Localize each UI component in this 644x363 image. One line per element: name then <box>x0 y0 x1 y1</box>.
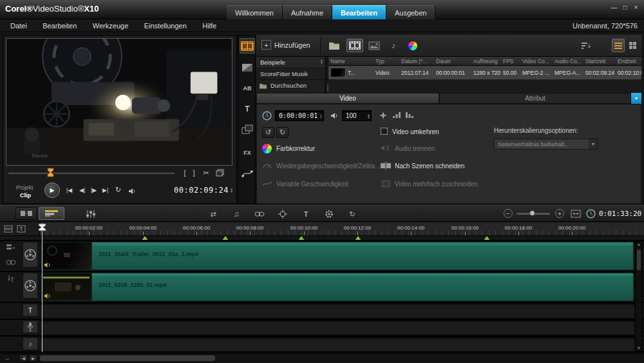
vscroll-thumb[interactable] <box>637 250 641 270</box>
sound-mixer-button[interactable] <box>82 208 99 221</box>
go-end-button[interactable]: ▶| <box>102 187 108 193</box>
enlarge-preview-button[interactable] <box>216 169 224 177</box>
track-vscrollbar[interactable]: ▲ ▼ <box>635 241 643 351</box>
scroll-down-button[interactable]: ▼ <box>637 346 641 350</box>
project-mode-label[interactable]: Projekt <box>16 184 33 191</box>
nav-filter-button[interactable]: FX <box>240 145 255 161</box>
show-all-tracks-icon[interactable] <box>4 225 13 233</box>
multi-trim-icon[interactable] <box>381 180 391 188</box>
list-view-button[interactable] <box>612 39 625 52</box>
nav-title-button[interactable]: T <box>240 101 255 117</box>
add-folder-button[interactable]: + Hinzufügen <box>261 40 310 50</box>
menu-einstellungen[interactable]: Einstellungen <box>138 19 193 32</box>
filter-color-button[interactable] <box>404 39 421 52</box>
nav-media-button[interactable] <box>240 38 255 54</box>
col-startzeit[interactable]: Startzeit <box>583 57 616 65</box>
project-duration-timecode[interactable]: 0:01:33:20 <box>599 210 641 218</box>
close-button[interactable]: × <box>630 3 641 12</box>
hscroll-thumb[interactable] <box>40 355 215 361</box>
tab-video[interactable]: Video <box>256 93 439 104</box>
variable-speed-label[interactable]: Variable Geschwindigkeit <box>276 181 348 188</box>
col-name[interactable]: Name <box>328 57 374 65</box>
repeat-button[interactable]: ↻ <box>115 186 121 194</box>
filter-audio-button[interactable]: ♪ <box>385 39 402 52</box>
downscale-dropdown[interactable]: Seitenverhältnis beibehalt... ▾ <box>494 139 598 150</box>
voice-track-lane[interactable] <box>40 320 635 334</box>
volume-field[interactable]: 100 ▴▾ <box>342 110 372 121</box>
tree-item-beispiele[interactable]: Beispiele ▴▾ <box>256 57 325 68</box>
reverse-video-label[interactable]: Video umkehren <box>392 128 439 135</box>
next-frame-button[interactable]: |▶ <box>91 187 97 193</box>
split-audio-icon[interactable] <box>381 144 390 152</box>
scroll-right-button[interactable]: ▶ <box>29 355 37 362</box>
scroll-left-button[interactable]: ◀ <box>19 355 28 362</box>
duration-field[interactable]: 0:00:00:01 ▴▾ <box>275 110 324 121</box>
rotate-right-button[interactable]: ↻ <box>276 127 289 138</box>
tree-scroll-arrows[interactable]: ▴▾ <box>321 59 323 64</box>
prev-frame-button[interactable]: ◀| <box>79 187 85 193</box>
scrubber-playhead[interactable] <box>47 168 54 177</box>
track-height-icon[interactable] <box>17 225 26 233</box>
col-video-codec[interactable]: Video Co... <box>520 57 553 65</box>
subtitle-editor-button[interactable]: T <box>298 208 314 221</box>
nav-instant-project-button[interactable] <box>240 60 255 75</box>
title-track-lane[interactable] <box>40 303 635 317</box>
playhead-marker[interactable] <box>38 223 46 231</box>
tab-willkommen[interactable]: Willkommen <box>227 5 283 19</box>
nav-motion-path-button[interactable] <box>240 166 255 181</box>
maximize-button[interactable]: □ <box>620 3 630 12</box>
swap-tracks-icon[interactable] <box>6 275 15 283</box>
music-track-button[interactable]: ♪ <box>23 337 38 350</box>
import-folder-icon[interactable] <box>328 41 340 50</box>
variable-speed-icon[interactable] <box>262 180 272 188</box>
zoom-slider-thumb[interactable] <box>529 210 535 216</box>
tab-attribut[interactable]: Attribut <box>439 93 631 104</box>
timeline-view-button[interactable] <box>39 207 64 220</box>
tree-item-scorefitter[interactable]: ScoreFitter Musik <box>256 68 325 80</box>
panel-expand-button[interactable]: ▾ <box>631 93 641 104</box>
filter-photo-button[interactable] <box>366 39 383 52</box>
tab-ausgeben[interactable]: Ausgeben <box>386 5 436 19</box>
link-tracks-icon[interactable] <box>6 259 16 266</box>
col-audio-codec[interactable]: Audio Co... <box>553 57 583 65</box>
motion-tracking-button[interactable] <box>274 208 291 221</box>
playback-speed-label[interactable]: Wiedergabegeschwindigkeit/Zeitra... <box>276 162 380 170</box>
split-by-scene-icon[interactable] <box>381 162 391 170</box>
volume-icon[interactable] <box>128 188 137 195</box>
col-datum[interactable]: Datum (*... <box>399 57 434 65</box>
split-by-scene-label[interactable]: Nach Szenen schneiden <box>395 162 464 170</box>
menu-datei[interactable]: Datei <box>4 19 33 32</box>
track-settings-button[interactable] <box>321 208 337 221</box>
sort-button[interactable] <box>578 39 594 52</box>
mute-star-icon[interactable] <box>379 112 387 119</box>
scrubber-track[interactable] <box>8 172 175 174</box>
col-endzeit[interactable]: Endzeit <box>616 57 641 65</box>
reverse-video-checkbox[interactable] <box>381 128 388 135</box>
menu-bearbeiten[interactable]: Bearbeiten <box>36 19 83 32</box>
video-track-button[interactable] <box>23 242 38 268</box>
col-typ[interactable]: Typ <box>374 57 399 65</box>
zoom-in-button[interactable]: + <box>555 209 564 218</box>
zoom-out-button[interactable]: − <box>504 209 513 218</box>
tab-aufnahme[interactable]: Aufnahme <box>283 5 332 19</box>
loop-playback-button[interactable]: ↻ <box>344 208 361 221</box>
filter-video-button[interactable] <box>346 39 363 52</box>
track-manager-icon[interactable] <box>6 244 15 251</box>
split-clip-button[interactable]: ✂ <box>202 168 211 177</box>
col-dauer[interactable]: Dauer <box>434 57 471 65</box>
scroll-up-button[interactable]: ▲ <box>637 242 641 246</box>
tab-bearbeiten[interactable]: Bearbeiten <box>332 5 386 19</box>
nav-graphic-button[interactable] <box>240 122 255 137</box>
playhead-line[interactable] <box>42 223 43 352</box>
preview-timecode-value[interactable]: 00:02:09:24 <box>174 186 229 195</box>
timeline-hscrollbar[interactable]: ↔ ◀ ▶ <box>0 353 644 362</box>
split-audio-label[interactable]: Audio trennen <box>395 145 435 152</box>
fade-out-icon[interactable] <box>405 112 414 119</box>
playback-speed-icon[interactable] <box>262 162 272 170</box>
multi-trim-label[interactable]: Video mehrfach zuschneiden <box>395 181 478 188</box>
media-row[interactable]: T... Video 2012.07.14 00:00:00:01 1280 x… <box>328 66 641 80</box>
play-button[interactable]: ▶ <box>44 182 60 198</box>
voice-track-button[interactable] <box>23 320 38 333</box>
rotate-left-button[interactable]: ↺ <box>262 127 274 138</box>
color-correction-label[interactable]: Farbkorrektur <box>276 145 315 152</box>
